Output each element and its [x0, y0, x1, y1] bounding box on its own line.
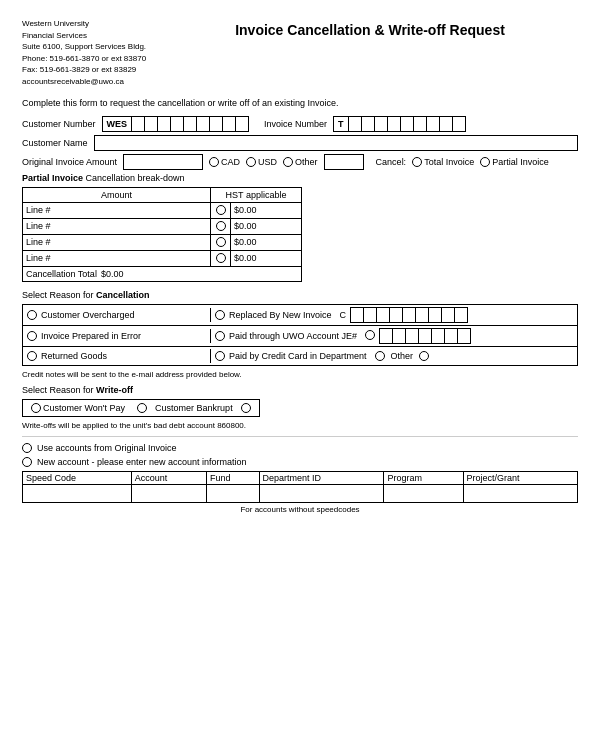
cancellation-section: Select Reason for Cancellation Customer … — [22, 290, 578, 379]
currency-cad[interactable]: CAD — [209, 157, 240, 167]
reason-cell-2b: Paid through UWO Account JE# — [211, 326, 577, 346]
radio-je-icon[interactable] — [365, 330, 375, 340]
radio-original-account-icon[interactable] — [22, 443, 32, 453]
radio-other-can-icon[interactable] — [375, 351, 385, 361]
line-label-2: Line # — [23, 219, 211, 234]
radio-new-account-icon[interactable] — [22, 457, 32, 467]
inv-seg-6[interactable] — [413, 116, 427, 132]
reason-cell-1b: Replaced By New Invoice C — [211, 305, 577, 325]
writeoff-section-label: Select Reason for — [22, 385, 94, 395]
radio-line4-icon[interactable] — [216, 253, 226, 263]
inv-seg-3[interactable] — [374, 116, 388, 132]
program-cell[interactable] — [384, 484, 463, 502]
radio-line3-icon[interactable] — [216, 237, 226, 247]
rep-seg-7[interactable] — [428, 307, 442, 323]
line-radio-1[interactable] — [211, 203, 231, 218]
account-cell[interactable] — [131, 484, 206, 502]
radio-other-icon[interactable] — [283, 157, 293, 167]
customer-number-prefix: WES — [102, 116, 133, 132]
je-seg-4[interactable] — [418, 328, 432, 344]
cancellation-reason-grid: Customer Overcharged Replaced By New Inv… — [22, 304, 578, 366]
uwo-label: Paid through UWO Account JE# — [229, 331, 357, 341]
currency-usd-label: USD — [258, 157, 277, 167]
reason-row-3: Returned Goods Paid by Credit Card in De… — [23, 347, 577, 365]
invoice-amount-input[interactable] — [123, 154, 203, 170]
radio-replaced-icon[interactable] — [215, 310, 225, 320]
wont-pay-option[interactable]: Customer Won't Pay — [31, 403, 125, 413]
radio-line2-icon[interactable] — [216, 221, 226, 231]
speed-code-cell[interactable] — [23, 484, 132, 502]
fund-cell[interactable] — [207, 484, 259, 502]
cust-seg-9[interactable] — [235, 116, 249, 132]
inv-seg-7[interactable] — [426, 116, 440, 132]
inv-seg-2[interactable] — [361, 116, 375, 132]
inv-seg-4[interactable] — [387, 116, 401, 132]
inv-seg-1[interactable] — [348, 116, 362, 132]
project-grant-cell[interactable] — [463, 484, 577, 502]
radio-total-icon[interactable] — [412, 157, 422, 167]
inv-seg-5[interactable] — [400, 116, 414, 132]
radio-wontpay2-icon[interactable] — [137, 403, 147, 413]
inv-seg-9[interactable] — [452, 116, 466, 132]
original-invoice-label: Original Invoice Amount — [22, 157, 117, 167]
cust-seg-3[interactable] — [157, 116, 171, 132]
cust-seg-2[interactable] — [144, 116, 158, 132]
partial-invoice-title: Partial Invoice Cancellation break-down — [22, 173, 578, 183]
rep-seg-9[interactable] — [454, 307, 468, 323]
radio-bankrupt-icon[interactable] — [241, 403, 251, 413]
je-seg-3[interactable] — [405, 328, 419, 344]
currency-cad-label: CAD — [221, 157, 240, 167]
radio-returned-icon[interactable] — [27, 351, 37, 361]
line-radio-2[interactable] — [211, 219, 231, 234]
je-seg-1[interactable] — [379, 328, 393, 344]
radio-error-icon[interactable] — [27, 331, 37, 341]
rep-seg-4[interactable] — [389, 307, 403, 323]
bankrupt-option[interactable]: Customer Bankrupt — [155, 403, 233, 413]
line-radio-4[interactable] — [211, 251, 231, 266]
currency-usd[interactable]: USD — [246, 157, 277, 167]
radio-credit-icon[interactable] — [215, 351, 225, 361]
writeoff-bold: Write-off — [96, 385, 133, 395]
cancellation-section-label: Select Reason for — [22, 290, 94, 300]
cancel-total[interactable]: Total Invoice — [412, 157, 474, 167]
cust-seg-8[interactable] — [222, 116, 236, 132]
radio-wontpay-icon[interactable] — [31, 403, 41, 413]
replaced-label: Replaced By New Invoice — [229, 310, 332, 320]
col-hst-header: HST applicable — [211, 188, 301, 202]
line-radio-3[interactable] — [211, 235, 231, 250]
je-seg-2[interactable] — [392, 328, 406, 344]
je-seg-5[interactable] — [431, 328, 445, 344]
radio-overcharged-icon[interactable] — [27, 310, 37, 320]
currency-other-input[interactable] — [324, 154, 364, 170]
cancel-partial[interactable]: Partial Invoice — [480, 157, 549, 167]
rep-seg-2[interactable] — [363, 307, 377, 323]
account-table: Speed Code Account Fund Department ID Pr… — [22, 471, 578, 503]
rep-seg-8[interactable] — [441, 307, 455, 323]
radio-other-can2-icon[interactable] — [419, 351, 429, 361]
customer-name-input[interactable] — [94, 135, 578, 151]
radio-usd-icon[interactable] — [246, 157, 256, 167]
currency-other[interactable]: Other — [283, 157, 318, 167]
rep-seg-3[interactable] — [376, 307, 390, 323]
account-section: Use accounts from Original Invoice New a… — [22, 443, 578, 514]
header-section: Western University Financial Services Su… — [22, 18, 578, 88]
je-seg-7[interactable] — [457, 328, 471, 344]
rep-seg-5[interactable] — [402, 307, 416, 323]
rep-seg-6[interactable] — [415, 307, 429, 323]
radio-cad-icon[interactable] — [209, 157, 219, 167]
cust-seg-4[interactable] — [170, 116, 184, 132]
col-project-grant: Project/Grant — [463, 471, 577, 484]
cust-seg-1[interactable] — [131, 116, 145, 132]
inv-seg-8[interactable] — [439, 116, 453, 132]
cust-seg-6[interactable] — [196, 116, 210, 132]
rep-seg-1[interactable] — [350, 307, 364, 323]
radio-uwo-icon[interactable] — [215, 331, 225, 341]
dept-id-cell[interactable] — [259, 484, 384, 502]
je-seg-6[interactable] — [444, 328, 458, 344]
radio-partial-icon[interactable] — [480, 157, 490, 167]
reason-cell-1a: Customer Overcharged — [23, 308, 211, 322]
je-radio[interactable] — [365, 330, 375, 342]
cust-seg-5[interactable] — [183, 116, 197, 132]
cust-seg-7[interactable] — [209, 116, 223, 132]
radio-line1-icon[interactable] — [216, 205, 226, 215]
